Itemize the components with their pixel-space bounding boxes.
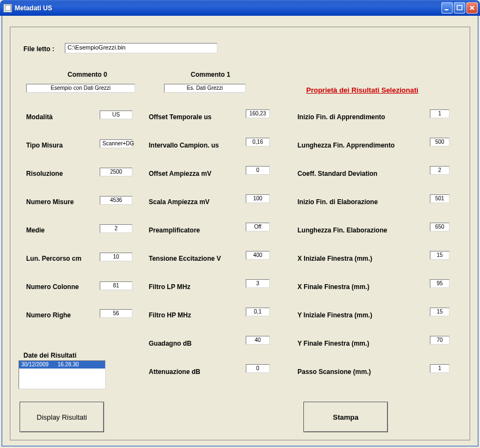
display-risultati-label: Display Risultati [37,413,87,421]
passo-scansione-field[interactable]: 1 [430,364,449,373]
lunghezza-elaborazione-field[interactable]: 650 [430,223,449,231]
y-iniziale-field[interactable]: 15 [430,308,449,316]
results-date-listbox[interactable]: 30/12/2009 16.28.30 [19,360,106,389]
medie-label: Medie [26,226,45,234]
lun-percorso-label: Lun. Percorso cm [26,255,81,262]
lunghezza-apprendimento-label: Lunghezza Fin. Apprendimento [297,142,394,149]
list-item[interactable]: 30/12/2009 16.28.30 [19,361,105,369]
offset-temporale-field[interactable]: 160,23 [246,109,270,118]
main-panel: File letto : C:\EsempioGrezzi.bin Commen… [10,27,470,440]
display-risultati-button[interactable]: Display Risultati [20,402,104,432]
tensione-eccitazione-field[interactable]: 400 [246,251,270,260]
passo-scansione-label: Passo Scansione (mm.) [297,368,371,376]
inizio-elaborazione-field[interactable]: 501 [430,194,449,203]
tipo-misura-label: Tipo Misura [26,142,63,149]
risoluzione-label: Risoluzione [26,170,63,177]
x-iniziale-label: X Iniziale Finestra (mm.) [297,255,372,262]
modalita-field[interactable]: US [100,111,132,119]
results-properties-title: Proprietà dei Risultati Selezionati [306,86,418,94]
titlebar: Metadati US [0,0,480,16]
filtro-hp-field[interactable]: 0,1 [246,308,270,316]
numero-colonne-label: Numero Colonne [26,283,79,291]
maximize-button[interactable] [454,2,465,14]
minimize-button[interactable] [441,2,453,14]
stampa-button[interactable]: Stampa [303,402,388,432]
y-finale-field[interactable]: 70 [430,336,449,345]
numero-righe-label: Numero Righe [26,311,71,319]
tensione-eccitazione-label: Tensione Eccitazione V [149,255,221,262]
offset-ampiezza-label: Offset Ampiezza mV [149,170,211,177]
numero-righe-field[interactable]: 56 [100,309,132,318]
lun-percorso-field[interactable]: 10 [100,253,132,261]
numero-misure-field[interactable]: 4536 [100,196,132,205]
guadagno-label: Guadagno dB [149,340,192,347]
inizio-apprendimento-label: Inizio Fin. di Apprendimento [297,113,385,121]
coeff-std-dev-label: Coeff. Standard Deviation [297,170,378,177]
modalita-label: Modalità [26,113,53,121]
file-label: File letto : [23,45,54,53]
file-input[interactable]: C:\EsempioGrezzi.bin [65,43,217,53]
numero-colonne-field[interactable]: 81 [100,281,132,290]
svg-rect-1 [457,5,462,10]
app-icon [3,4,12,13]
lunghezza-elaborazione-label: Lunghezza Fin. Elaborazione [297,226,387,234]
scala-ampiezza-field[interactable]: 100 [246,194,270,203]
scala-ampiezza-label: Scala Ampiezza mV [149,198,210,206]
filtro-lp-label: Filtro LP MHz [149,283,190,291]
coeff-std-dev-field[interactable]: 2 [430,166,449,175]
filtro-lp-field[interactable]: 3 [246,279,270,288]
x-finale-field[interactable]: 95 [430,279,449,288]
numero-misure-label: Numero Misure [26,198,74,206]
attenuazione-field[interactable]: 0 [246,364,270,373]
medie-field[interactable]: 2 [100,224,132,233]
offset-temporale-label: Offset Temporale us [149,113,211,121]
stampa-label: Stampa [333,413,359,421]
x-finale-label: X Finale Finestra (mm.) [297,283,369,291]
filtro-hp-label: Filtro HP MHz [149,311,191,319]
inizio-elaborazione-label: Inizio Fin. di Elaborazione [297,198,378,206]
intervallo-campion-field[interactable]: 0,16 [246,138,270,146]
preamplificatore-field[interactable]: Off [246,223,270,231]
lunghezza-apprendimento-field[interactable]: 500 [430,138,449,146]
comment0-header: Commento 0 [68,71,107,78]
y-finale-label: Y Finale Finestra (mm.) [297,340,369,347]
tipo-misura-field[interactable]: Scanner+DG [100,139,132,148]
inizio-apprendimento-field[interactable]: 1 [430,109,449,118]
svg-rect-0 [445,9,448,10]
comment0-field[interactable]: Esempio con Dati Grezzi [26,84,135,93]
risoluzione-field[interactable]: 2500 [100,168,132,176]
attenuazione-label: Attenuazione dB [149,368,200,376]
offset-ampiezza-field[interactable]: 0 [246,166,270,175]
y-iniziale-label: Y Iniziale Finestra (mm.) [297,311,372,319]
preamplificatore-label: Preamplificatore [149,226,200,234]
close-button[interactable] [466,2,478,14]
x-iniziale-field[interactable]: 15 [430,251,449,260]
results-date-label: Date dei Risultati [23,352,76,359]
comment1-header: Commento 1 [191,71,230,78]
window-title: Metadati US [15,4,441,12]
guadagno-field[interactable]: 40 [246,336,270,345]
intervallo-campion-label: Intervallo Campion. us [149,142,219,149]
comment1-field[interactable]: Es. Dati Grezzi [164,84,246,93]
